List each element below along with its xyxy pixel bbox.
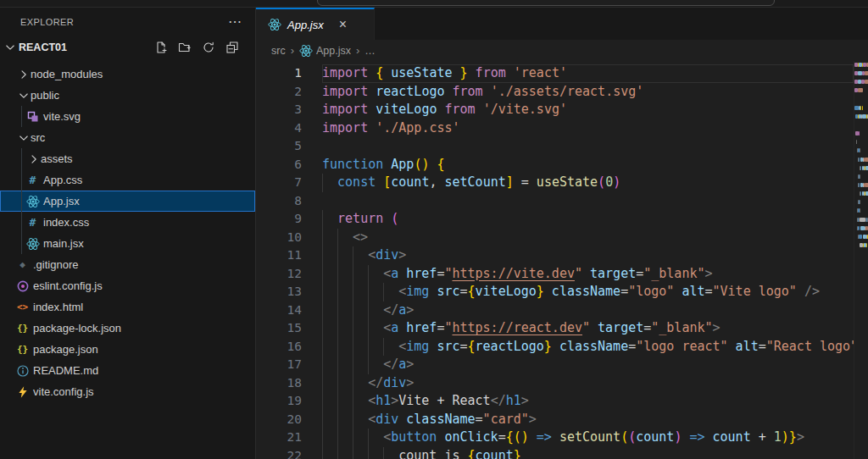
code-line[interactable]: return ( bbox=[322, 210, 854, 229]
collapse-all-icon[interactable] bbox=[225, 40, 240, 55]
bolt-icon bbox=[15, 385, 30, 399]
line-number: 16 bbox=[256, 338, 302, 357]
code-line[interactable]: </div> bbox=[322, 374, 854, 393]
minimap-line bbox=[854, 164, 868, 173]
code-line[interactable]: </a> bbox=[322, 301, 854, 320]
tree-item-app-jsx[interactable]: App.jsx bbox=[0, 191, 255, 212]
tab-app-jsx[interactable]: App.jsx × bbox=[256, 8, 375, 40]
breadcrumb-item[interactable]: … bbox=[364, 45, 376, 57]
minimap-line bbox=[854, 156, 868, 164]
react-icon bbox=[25, 195, 40, 208]
code-line[interactable] bbox=[322, 137, 854, 156]
tree-item-label: package-lock.json bbox=[33, 322, 121, 335]
tree-item-label: node_modules bbox=[31, 68, 103, 80]
tree-item-assets[interactable]: assets bbox=[0, 148, 255, 169]
tree-item-index-html[interactable]: <>index.html bbox=[0, 296, 255, 318]
minimap-line bbox=[854, 181, 868, 190]
code-line[interactable]: import { useState } from 'react' bbox=[322, 64, 854, 83]
breadcrumb-item[interactable]: App.jsx bbox=[316, 45, 351, 57]
code-line[interactable]: <a href="https://vite.dev" target="_blan… bbox=[322, 265, 854, 284]
css-icon: # bbox=[25, 216, 40, 230]
code-line[interactable]: <a href="https://react.dev" target="_bla… bbox=[322, 319, 854, 338]
code-line[interactable]: <> bbox=[322, 229, 854, 247]
code-line[interactable] bbox=[322, 192, 854, 211]
minimap-line bbox=[854, 61, 868, 69]
code-area: 12345678910111213141516171819202122 impo… bbox=[256, 61, 868, 459]
code-line[interactable]: <h1>Vite + React</h1> bbox=[322, 392, 854, 411]
line-number: 6 bbox=[256, 156, 302, 174]
tree-item-package-lock-json[interactable]: {}package-lock.json bbox=[0, 318, 255, 339]
line-number: 22 bbox=[256, 447, 302, 459]
tree-item-label: main.jsx bbox=[43, 237, 84, 250]
tree-item-vite-svg[interactable]: vite.svg bbox=[0, 106, 255, 127]
tree-item-eslint-config-js[interactable]: eslint.config.js bbox=[0, 275, 255, 296]
tree-item-label: index.css bbox=[43, 216, 89, 229]
new-folder-icon[interactable] bbox=[177, 40, 192, 55]
minimap-line bbox=[854, 207, 868, 215]
code-line[interactable]: function App() { bbox=[322, 156, 854, 174]
tree-item--gitignore[interactable]: ◆.gitignore bbox=[0, 254, 255, 275]
line-number: 2 bbox=[256, 83, 302, 102]
code-line[interactable]: import reactLogo from './assets/react.sv… bbox=[322, 83, 854, 102]
refresh-icon[interactable] bbox=[201, 40, 216, 55]
code-line[interactable]: <div> bbox=[322, 246, 854, 265]
line-number: 11 bbox=[256, 246, 302, 265]
file-tree: node_modulespublicvite.svgsrcassets#App.… bbox=[0, 58, 255, 402]
project-root-name: REACT01 bbox=[19, 41, 153, 53]
code-line[interactable]: count is {count} bbox=[322, 447, 854, 459]
code-line[interactable]: <img src={viteLogo} className="logo" alt… bbox=[322, 283, 854, 301]
close-icon[interactable]: × bbox=[336, 18, 350, 31]
eslint-icon bbox=[15, 279, 30, 293]
line-number: 1 bbox=[256, 64, 302, 83]
code-line[interactable]: const [count, setCount] = useState(0) bbox=[322, 174, 854, 192]
tree-item-label: vite.svg bbox=[43, 110, 81, 123]
tree-item-index-css[interactable]: #index.css bbox=[0, 212, 255, 233]
command-center[interactable] bbox=[317, 0, 775, 6]
code-line[interactable]: <button onClick={() => setCount((count) … bbox=[322, 429, 854, 447]
tree-item-label: index.html bbox=[33, 301, 83, 313]
chevron-right-icon bbox=[17, 68, 31, 81]
tree-item-vite-config-js[interactable]: vite.config.js bbox=[0, 381, 255, 402]
code-content: import { useState } from 'react'import r… bbox=[322, 64, 854, 459]
code-line[interactable]: import './App.css' bbox=[322, 119, 854, 138]
minimap-line bbox=[854, 78, 868, 86]
project-section-header[interactable]: REACT01 bbox=[0, 36, 255, 58]
line-number-gutter: 12345678910111213141516171819202122 bbox=[256, 64, 302, 459]
line-number: 18 bbox=[256, 374, 302, 393]
line-number: 7 bbox=[256, 174, 302, 192]
tree-item-label: vite.config.js bbox=[33, 385, 94, 398]
minimap[interactable] bbox=[854, 61, 868, 459]
breadcrumb-item[interactable]: src bbox=[271, 45, 286, 57]
more-actions-icon[interactable]: ⋯ bbox=[225, 16, 245, 28]
line-number: 9 bbox=[256, 210, 302, 229]
vscode-window: EXPLORER ⋯ REACT01 node_modulespublicvit… bbox=[0, 0, 868, 459]
tree-item-main-jsx[interactable]: main.jsx bbox=[0, 233, 255, 254]
line-number: 5 bbox=[256, 137, 302, 156]
tree-item-src[interactable]: src bbox=[0, 127, 255, 148]
explorer-header: EXPLORER ⋯ bbox=[0, 8, 255, 36]
tree-item-package-json[interactable]: {}package.json bbox=[0, 339, 255, 360]
code-line[interactable]: import viteLogo from '/vite.svg' bbox=[322, 101, 854, 119]
line-number: 10 bbox=[256, 229, 302, 247]
new-file-icon[interactable] bbox=[153, 40, 169, 55]
code-line[interactable]: </a> bbox=[322, 356, 854, 374]
chevron-down-icon bbox=[17, 131, 31, 145]
minimap-line bbox=[854, 130, 868, 138]
tree-item-label: src bbox=[31, 131, 45, 144]
code-line[interactable]: <img src={reactLogo} className="logo rea… bbox=[322, 338, 854, 357]
explorer-title: EXPLORER bbox=[20, 17, 225, 27]
minimap-line bbox=[854, 190, 868, 198]
minimap-line bbox=[854, 86, 868, 95]
line-number: 17 bbox=[256, 356, 302, 374]
tree-item-label: README.md bbox=[33, 364, 98, 377]
minimap-line bbox=[854, 241, 868, 250]
tree-item-public[interactable]: public bbox=[0, 85, 255, 106]
minimap-line bbox=[854, 224, 868, 233]
tree-item-app-css[interactable]: #App.css bbox=[0, 169, 255, 191]
tree-item-label: App.jsx bbox=[43, 195, 80, 207]
tree-item-readme-md[interactable]: README.md bbox=[0, 360, 255, 381]
tree-item-node-modules[interactable]: node_modules bbox=[0, 64, 255, 85]
tree-item-label: assets bbox=[41, 152, 73, 165]
code-line[interactable]: <div className="card"> bbox=[322, 411, 854, 429]
tab-label: App.jsx bbox=[287, 19, 324, 31]
